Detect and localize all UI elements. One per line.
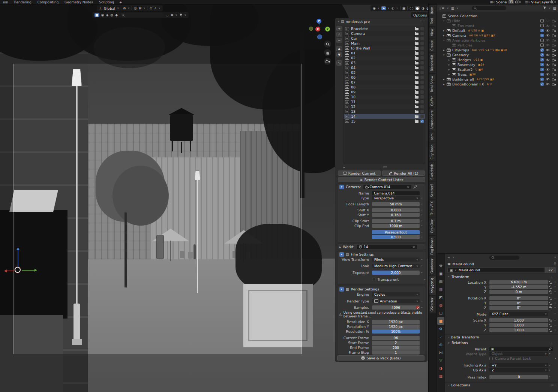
- output-folder-icon[interactable]: [415, 33, 418, 35]
- filter-funnel-icon[interactable]: [543, 6, 546, 10]
- camera-selector[interactable]: Camera.014 ×: [363, 185, 411, 189]
- lock-icon[interactable]: [548, 297, 554, 300]
- eye-icon[interactable]: [546, 63, 550, 66]
- filter-funnel-icon[interactable]: [179, 13, 183, 17]
- tracking-axis-dropdown[interactable]: +Y∨: [489, 363, 548, 367]
- remove-viewlayer-icon[interactable]: ×: [554, 0, 556, 4]
- collapse-icon[interactable]: ◡: [166, 13, 169, 17]
- render-context-row[interactable]: 10: [344, 94, 425, 99]
- render-context-row[interactable]: 03: [344, 60, 425, 65]
- viewlayer-name[interactable]: ViewLayer: [531, 0, 549, 4]
- expand-arrow-icon[interactable]: ▾: [443, 19, 447, 22]
- sidebar-tab[interactable]: View: [429, 27, 436, 38]
- output-folder-icon[interactable]: [415, 106, 418, 108]
- animate-decorator[interactable]: •: [554, 313, 556, 316]
- properties-tab-texture[interactable]: ▦: [437, 372, 444, 380]
- passepartout-toggle[interactable]: Passepartout: [372, 230, 420, 234]
- shading-material-icon[interactable]: ◑: [422, 6, 424, 10]
- resolution-pct-slider[interactable]: 100%: [372, 329, 420, 334]
- brush-icon[interactable]: ◆: [115, 13, 118, 17]
- expand-arrow-icon[interactable]: ▸: [443, 78, 447, 81]
- sidebar-tab[interactable]: Gardener: [429, 257, 436, 275]
- axis-z[interactable]: Z: [316, 19, 321, 24]
- expand-icon[interactable]: ▸: [339, 245, 341, 249]
- exclude-checkbox[interactable]: [540, 39, 544, 42]
- animate-decorator[interactable]: •: [554, 329, 556, 332]
- axis-y-neg[interactable]: [309, 27, 313, 31]
- exclude-checkbox[interactable]: [540, 43, 544, 47]
- camera-parent-lock-checkbox[interactable]: [489, 357, 493, 360]
- render-context-row[interactable]: to the Wall: [344, 46, 425, 51]
- value-field[interactable]: 1.000∨: [489, 323, 548, 327]
- lock-icon[interactable]: [548, 281, 554, 284]
- output-folder-icon[interactable]: [415, 37, 418, 40]
- bind-camera-button[interactable]: ⤡: [336, 60, 342, 66]
- eye-icon[interactable]: [546, 19, 550, 22]
- output-folder-icon[interactable]: [415, 101, 418, 103]
- expand-arrow-icon[interactable]: ▸: [443, 49, 447, 52]
- output-folder-icon[interactable]: [415, 86, 418, 89]
- visibility-icon[interactable]: ◉: [373, 6, 376, 10]
- add-context-button[interactable]: +: [336, 26, 342, 31]
- relations-panel-header[interactable]: ∨Relations∷∷: [445, 340, 558, 346]
- sidebar-tab[interactable]: polygoniq: [429, 276, 436, 295]
- workspace-tab[interactable]: ion: [0, 0, 11, 4]
- outliner-row[interactable]: Scene Collection: [436, 13, 558, 18]
- output-folder-icon[interactable]: [415, 120, 418, 123]
- render-all-button[interactable]: Render All (1): [382, 171, 425, 176]
- output-folder-icon[interactable]: [415, 72, 418, 74]
- outliner-row[interactable]: ▸ Hedges ▽13 ▣: [436, 57, 558, 62]
- viewlayer-icon[interactable]: ▥∨: [525, 0, 530, 4]
- axis-y[interactable]: Y: [325, 27, 330, 31]
- render-type-dropdown[interactable]: Animation∨: [372, 299, 420, 303]
- camera-name-field[interactable]: Camera.014: [372, 191, 420, 195]
- paint-icon[interactable]: ◈: [106, 13, 108, 17]
- exclude-checkbox[interactable]: [540, 58, 544, 61]
- render-context-lister-button[interactable]: ≣ Render Context Lister: [338, 177, 425, 182]
- camera-visibility-icon[interactable]: [552, 83, 556, 86]
- expand-arrow-icon[interactable]: ▾: [443, 54, 447, 57]
- resolution-y-field[interactable]: 1920 px: [372, 325, 420, 329]
- animate-decorator[interactable]: •: [554, 297, 556, 300]
- properties-tab-render[interactable]: ▣: [437, 270, 444, 278]
- axis-x[interactable]: X: [315, 27, 320, 31]
- camera-visibility-icon[interactable]: [552, 34, 556, 37]
- render-context-row[interactable]: Camera: [344, 31, 425, 36]
- save-pack-button[interactable]: Save & Pack (Beta): [337, 355, 424, 361]
- exclude-checkbox[interactable]: [540, 29, 544, 32]
- collections-panel-header[interactable]: ›Collections∷∷: [445, 382, 558, 388]
- snap-magnet-icon[interactable]: ⋒: [123, 6, 126, 10]
- clip-start-field[interactable]: 0.1 m: [372, 219, 420, 223]
- gizmo-z-arrow[interactable]: [16, 246, 20, 250]
- value-field[interactable]: XYZ Euler∨: [489, 312, 548, 316]
- orientation-icon[interactable]: ⊥: [99, 6, 102, 10]
- workspace-tab[interactable]: Rendering: [11, 0, 34, 4]
- engine-dropdown[interactable]: Cycles∨: [372, 292, 420, 296]
- value-field[interactable]: 1.000∨: [489, 318, 548, 322]
- animate-decorator[interactable]: •: [554, 286, 556, 289]
- drag-grip-icon[interactable]: ∷∷: [420, 20, 425, 23]
- properties-tab-collection[interactable]: ▢: [437, 309, 444, 317]
- proportional-edit-icon[interactable]: ◎: [134, 6, 137, 10]
- output-folder-icon[interactable]: [415, 96, 418, 99]
- shading-wireframe-icon[interactable]: ◯: [410, 6, 413, 10]
- new-collection-icon[interactable]: ▧: [553, 6, 556, 10]
- expand-arrow-icon[interactable]: ▸: [443, 29, 447, 32]
- camera-visibility-icon[interactable]: [552, 29, 556, 32]
- world-selector[interactable]: 14 ×: [357, 245, 417, 249]
- shift-x-field[interactable]: 0.000: [372, 208, 420, 212]
- properties-tab-view-layer[interactable]: ▥: [437, 286, 444, 293]
- sidebar-tab[interactable]: Sketchfab: [429, 162, 436, 181]
- panel-collapse-icon[interactable]: ∨: [338, 20, 339, 23]
- search-input[interactable]: [120, 13, 164, 17]
- output-folder-icon[interactable]: [415, 76, 418, 79]
- properties-tab-object[interactable]: ■: [437, 317, 444, 325]
- value-field[interactable]: 0°∨: [489, 306, 548, 310]
- render-context-row[interactable]: 15: [344, 119, 425, 124]
- section-toggle[interactable]: ▾: [339, 185, 344, 189]
- eye-icon[interactable]: [546, 39, 550, 42]
- eye-icon[interactable]: [546, 29, 550, 32]
- expand-icon[interactable]: ▸: [344, 166, 345, 169]
- shift-y-field[interactable]: 0.160: [372, 213, 420, 217]
- render-context-row[interactable]: 08: [344, 85, 425, 90]
